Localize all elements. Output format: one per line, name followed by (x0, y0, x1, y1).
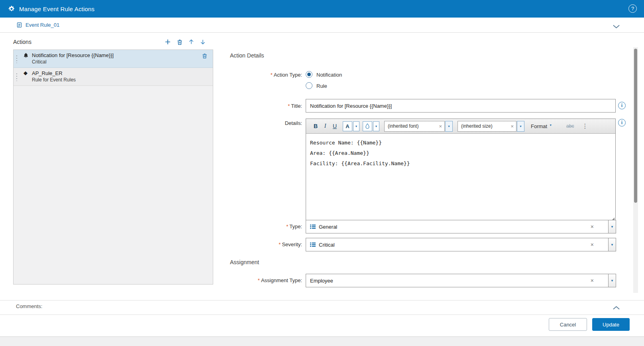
assignment-section-title: Assignment (230, 259, 259, 265)
action-item-title: Notification for [Resource {{Name}}] (32, 52, 114, 58)
clear-icon[interactable]: × (591, 223, 594, 230)
editor-line: Resource Name: {{Name}} (310, 138, 611, 148)
radio-rule-label[interactable]: Rule (316, 83, 327, 89)
help-icon[interactable]: ? (628, 4, 637, 13)
radio-notification-label[interactable]: Notification (316, 72, 342, 78)
radio-notification[interactable] (306, 71, 312, 78)
actions-list-toolbar (164, 38, 206, 45)
required-marker: * (258, 277, 260, 283)
font-size-select[interactable]: (inherited size) × (457, 121, 516, 132)
breadcrumb-label[interactable]: Event Rule_01 (26, 22, 59, 28)
radio-rule[interactable] (306, 82, 312, 89)
chevron-up-icon[interactable] (613, 304, 620, 311)
clear-icon[interactable]: × (591, 277, 594, 284)
chevron-down-icon[interactable] (613, 23, 620, 30)
scrollbar-thumb[interactable] (634, 49, 637, 203)
highlight-color-dropdown-icon[interactable]: ▼ (373, 121, 379, 131)
breadcrumb: Event Rule_01 (0, 18, 644, 33)
required-marker: * (271, 72, 273, 78)
highlight-color-icon[interactable] (363, 121, 372, 131)
gear-icon (8, 5, 15, 12)
action-list-item-notification[interactable]: Notification for [Resource {{Name}}] Cri… (14, 50, 213, 68)
format-dropdown-icon: ▼ (549, 124, 552, 127)
font-family-dropdown-icon[interactable]: ▼ (445, 121, 453, 132)
action-item-subtitle: Rule for Event Rules (32, 77, 76, 83)
drag-handle-icon[interactable] (16, 73, 18, 81)
font-color-control: A ▼ (343, 121, 359, 131)
actions-panel-title: Actions (13, 39, 31, 45)
font-family-select[interactable]: (inherited font) × (384, 121, 445, 132)
event-rule-icon (16, 22, 22, 28)
required-marker: * (288, 103, 290, 109)
type-value: General (319, 224, 337, 230)
footer-divider (0, 314, 644, 315)
strikethrough-button[interactable]: abc (566, 123, 574, 129)
info-icon[interactable]: i (618, 102, 626, 109)
font-size-dropdown-icon[interactable]: ▼ (517, 121, 524, 132)
move-up-button[interactable] (188, 39, 194, 45)
details-editor-content[interactable]: Resource Name: {{Name}} Area: {{Area.Nam… (306, 134, 615, 222)
manage-event-rule-actions-window: Manage Event Rule Actions ? Event Rule_0… (0, 0, 644, 346)
highlight-color-control: ▼ (363, 121, 379, 131)
severity-label: * Severity: (183, 241, 302, 247)
cancel-button[interactable]: Cancel (549, 318, 587, 331)
severity-value: Critical (319, 242, 335, 248)
title-label: * Title: (183, 103, 302, 109)
title-input[interactable] (306, 99, 616, 113)
bold-button[interactable]: B (311, 121, 320, 131)
action-type-label: * Action Type: (183, 72, 302, 78)
editor-line: Facility: {{Area.Facility.Name}} (310, 158, 611, 169)
delete-action-button[interactable] (177, 39, 183, 45)
format-menu-label: Format (531, 123, 547, 129)
more-options-icon[interactable]: ⋮ (582, 123, 588, 130)
required-marker: * (286, 223, 288, 229)
font-size-value: (inherited size) (461, 123, 493, 129)
action-item-title: AP_Rule_ER (32, 70, 63, 76)
required-marker: * (279, 241, 281, 247)
action-item-subtitle: Critical (32, 59, 47, 65)
assignment-type-label: * Assignment Type: (183, 277, 302, 283)
clear-icon[interactable]: × (436, 123, 442, 129)
add-action-button[interactable] (164, 38, 171, 45)
italic-button[interactable]: I (320, 121, 330, 131)
info-icon[interactable]: i (618, 119, 626, 127)
window-title: Manage Event Rule Actions (19, 6, 94, 12)
assignment-type-value: Employee (310, 278, 333, 284)
severity-dropdown-icon[interactable]: ▼ (608, 238, 616, 251)
diamond-icon: ◆ (24, 70, 27, 76)
clear-icon[interactable]: × (507, 123, 514, 129)
move-down-button[interactable] (200, 39, 206, 45)
assignment-type-dropdown-icon[interactable]: ▼ (608, 274, 616, 287)
comments-label: Comments: (16, 303, 42, 309)
delete-item-icon[interactable] (202, 53, 208, 59)
comments-divider (0, 300, 644, 301)
update-button[interactable]: Update (592, 318, 630, 331)
underline-button[interactable]: U (330, 121, 340, 131)
clear-icon[interactable]: × (591, 241, 594, 248)
type-label: * Type: (183, 223, 302, 229)
editor-toolbar: B I U A ▼ ▼ (inherited font) × ▼ (inheri… (306, 119, 615, 134)
actions-panel-header: Actions (13, 38, 213, 49)
list-icon (310, 242, 316, 247)
action-details-title: Action Details (230, 52, 264, 59)
list-icon (310, 224, 316, 229)
title-bar: Manage Event Rule Actions (0, 0, 644, 18)
font-color-dropdown-icon[interactable]: ▼ (353, 121, 359, 131)
font-family-value: (inherited font) (388, 123, 418, 129)
type-dropdown-icon[interactable]: ▼ (608, 220, 616, 233)
font-color-button[interactable]: A (343, 121, 352, 131)
actions-list: Notification for [Resource {{Name}}] Cri… (13, 49, 213, 285)
format-menu[interactable]: Format ▼ (531, 123, 552, 129)
details-label: Details: (183, 120, 302, 126)
type-select[interactable]: General × (306, 220, 609, 233)
editor-line: Area: {{Area.Name}} (310, 148, 611, 158)
details-rich-text-editor: B I U A ▼ ▼ (inherited font) × ▼ (inheri… (306, 119, 616, 222)
bottom-strip (0, 336, 644, 346)
assignment-type-select[interactable]: Employee × (306, 274, 609, 287)
bell-icon (23, 52, 29, 58)
drag-handle-icon[interactable] (16, 55, 18, 63)
severity-select[interactable]: Critical × (306, 238, 609, 251)
